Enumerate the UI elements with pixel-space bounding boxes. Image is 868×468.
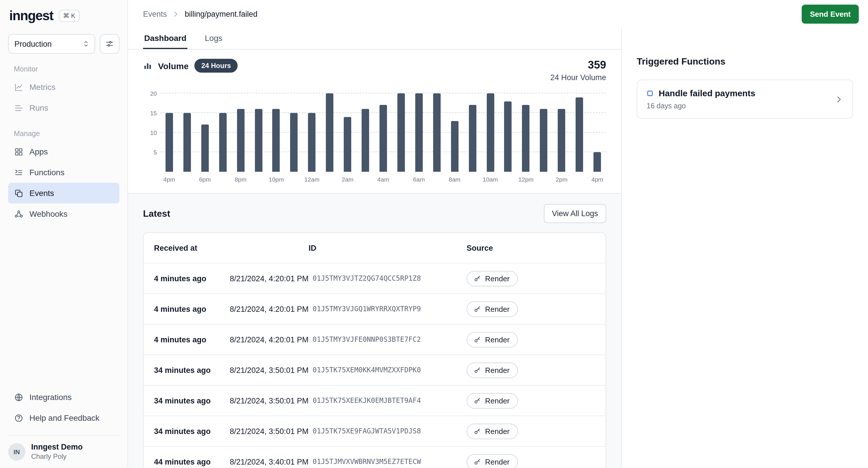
- function-card[interactable]: Handle failed payments 16 days ago: [637, 79, 853, 119]
- range-selector[interactable]: 24 Hours: [194, 59, 238, 73]
- volume-section: Volume 24 Hours 359 24 Hour Volume 51015…: [128, 49, 621, 193]
- sidebar-item-functions[interactable]: Functions: [8, 162, 119, 183]
- chevron-right-icon: [172, 10, 180, 18]
- source-label: Render: [485, 427, 509, 435]
- x-axis-tick-label: [463, 176, 481, 183]
- runs-list-icon: [14, 103, 24, 113]
- sidebar-item-events[interactable]: Events: [8, 183, 119, 203]
- event-id: 01J5TK75XEM0KK4MVMZXXFDPK0: [309, 366, 467, 374]
- table-row[interactable]: 4 minutes ago 8/21/2024, 4:20:01 PM 01J5…: [144, 293, 606, 324]
- x-axis-tick-label: 10am: [481, 176, 499, 183]
- chart-bar: [308, 113, 316, 172]
- view-all-logs-button[interactable]: View All Logs: [544, 204, 606, 223]
- chart-bar: [540, 109, 548, 172]
- volume-total-label: 24 Hour Volume: [550, 73, 606, 82]
- breadcrumb-current-event: billing/payment.failed: [185, 9, 257, 18]
- chart-bar: [433, 93, 441, 172]
- column-source: Source: [467, 243, 595, 252]
- column-id: ID: [309, 243, 467, 252]
- x-axis-tick-label: 12am: [303, 176, 321, 183]
- chart-bar: [237, 109, 244, 172]
- environment-select[interactable]: Production: [8, 34, 95, 54]
- x-axis-tick-label: [285, 176, 303, 183]
- chart-bar: [273, 109, 280, 172]
- x-axis-tick-label: [178, 176, 196, 183]
- y-axis-tick-label: 10: [144, 129, 157, 136]
- avatar: IN: [8, 443, 25, 461]
- source-label: Render: [485, 274, 509, 283]
- chart-bar: [362, 109, 369, 172]
- sidebar-item-label: Apps: [29, 147, 48, 156]
- table-row[interactable]: 4 minutes ago 8/21/2024, 4:20:01 PM 01J5…: [144, 263, 606, 293]
- sidebar-item-metrics[interactable]: Metrics: [8, 77, 119, 97]
- received-ago: 34 minutes ago: [154, 396, 222, 405]
- source-label: Render: [485, 366, 509, 374]
- chevrons-up-down-icon: [82, 40, 90, 48]
- breadcrumb-events[interactable]: Events: [143, 9, 167, 18]
- source-label: Render: [485, 396, 509, 405]
- sidebar-item-integrations[interactable]: Integrations: [8, 387, 119, 407]
- source-badge[interactable]: Render: [467, 301, 518, 317]
- received-timestamp: 8/21/2024, 3:50:01 PM: [222, 427, 309, 435]
- x-axis-tick-label: [499, 176, 517, 183]
- y-axis-tick-label: 20: [144, 90, 157, 97]
- sidebar-item-help-and-feedback[interactable]: Help and Feedback: [8, 407, 119, 428]
- received-timestamp: 8/21/2024, 4:20:01 PM: [222, 274, 309, 283]
- event-id: 01J5TMY3VJGQ1WRYRRXQXTRYP9: [309, 305, 467, 313]
- received-timestamp: 8/21/2024, 3:50:01 PM: [222, 396, 309, 405]
- x-axis-tick-label: 2am: [339, 176, 356, 183]
- tab-logs[interactable]: Logs: [204, 28, 223, 49]
- y-axis-tick-label: 5: [144, 149, 157, 156]
- sidebar-item-label: Runs: [29, 103, 48, 112]
- event-id: 01J5TJMVXVWBRNV3M5EZ7ETECW: [309, 458, 467, 466]
- table-row[interactable]: 44 minutes ago 8/21/2024, 3:40:01 PM 01J…: [144, 446, 606, 468]
- chart-bar: [451, 121, 458, 172]
- chart-bar: [504, 101, 512, 172]
- volume-title: Volume: [158, 61, 189, 71]
- function-last-run: 16 days ago: [647, 102, 755, 110]
- table-row[interactable]: 34 minutes ago 8/21/2024, 3:50:01 PM 01J…: [144, 355, 606, 385]
- inngest-logo: inngest: [9, 8, 53, 24]
- sidebar-item-apps[interactable]: Apps: [8, 141, 119, 162]
- send-event-button[interactable]: Send Event: [802, 4, 859, 23]
- tab-dashboard[interactable]: Dashboard: [143, 28, 187, 49]
- sidebar-item-label: Metrics: [29, 82, 55, 92]
- triggered-functions-panel: Triggered Functions Handle failed paymen…: [622, 28, 868, 468]
- environment-settings-button[interactable]: [100, 34, 119, 54]
- help-circle-icon: [14, 413, 24, 423]
- command-k-shortcut[interactable]: ⌘ K: [59, 10, 79, 22]
- source-label: Render: [485, 305, 509, 313]
- table-row[interactable]: 4 minutes ago 8/21/2024, 4:20:01 PM 01J5…: [144, 324, 606, 355]
- chart-bar: [558, 109, 565, 172]
- source-badge[interactable]: Render: [467, 362, 518, 378]
- sliders-icon: [105, 39, 114, 48]
- source-badge[interactable]: Render: [467, 332, 518, 347]
- events-table: Received at ID Source 4 minutes ago 8/21…: [143, 232, 606, 468]
- received-timestamp: 8/21/2024, 3:40:01 PM: [222, 457, 309, 466]
- received-ago: 44 minutes ago: [154, 457, 222, 466]
- user-menu[interactable]: IN Inngest Demo Charly Poly: [8, 435, 119, 461]
- sidebar-item-webhooks[interactable]: Webhooks: [8, 203, 119, 224]
- sidebar-item-runs[interactable]: Runs: [8, 97, 119, 118]
- source-badge[interactable]: Render: [467, 271, 518, 286]
- chart-bar: [255, 109, 262, 172]
- received-ago: 34 minutes ago: [154, 366, 222, 374]
- source-badge[interactable]: Render: [467, 423, 518, 439]
- chart-bar: [379, 105, 387, 172]
- source-badge[interactable]: Render: [467, 393, 518, 408]
- y-axis-tick-label: 15: [144, 109, 157, 116]
- sidebar-item-label: Events: [29, 189, 54, 198]
- table-row[interactable]: 34 minutes ago 8/21/2024, 3:50:01 PM 01J…: [144, 415, 606, 446]
- volume-total: 359: [550, 59, 606, 71]
- x-axis-tick-label: 6am: [410, 176, 428, 183]
- sidebar-section-monitor: Monitor: [14, 65, 119, 73]
- x-axis-tick-label: [535, 176, 553, 183]
- sidebar-item-label: Help and Feedback: [29, 413, 99, 423]
- event-id: 01J5TK75XEEKJK0EMJBTET9AF4: [309, 397, 467, 405]
- chevron-right-icon: [835, 95, 843, 103]
- table-row[interactable]: 34 minutes ago 8/21/2024, 3:50:01 PM 01J…: [144, 385, 606, 415]
- chart-bar: [487, 93, 494, 172]
- event-id: 01J5TMY3VJTZ2QG74QCC5RP1Z8: [309, 274, 467, 282]
- x-axis-tick-label: [392, 176, 410, 183]
- source-badge[interactable]: Render: [467, 454, 518, 468]
